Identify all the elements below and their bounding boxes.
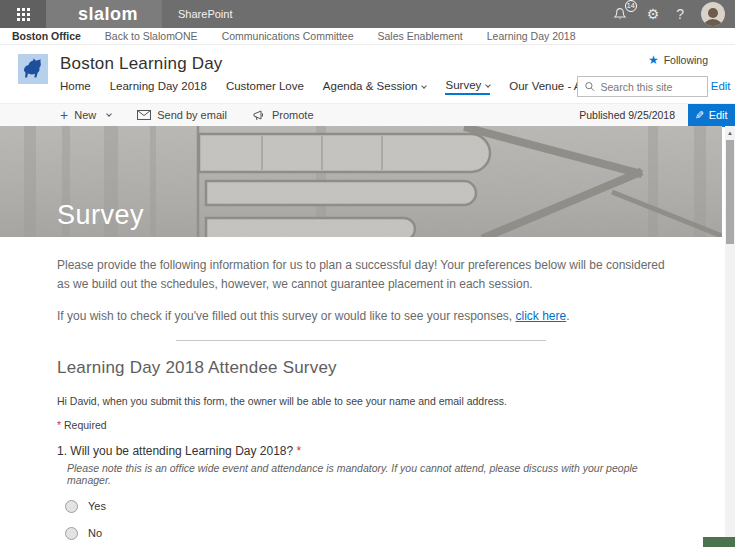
envelope-icon: [137, 110, 151, 120]
nav-edit[interactable]: Edit: [711, 80, 731, 94]
waffle-icon: [17, 8, 30, 21]
nav-customer-love[interactable]: Customer Love: [226, 80, 304, 94]
app-launcher-button[interactable]: [0, 0, 46, 28]
forms-webpart: Learning Day 2018 Attendee Survey Hi Dav…: [57, 358, 665, 547]
chevron-down-icon: [422, 83, 428, 89]
published-status: Published 9/25/2018: [579, 109, 688, 121]
nav-learning-day-2018[interactable]: Learning Day 2018: [110, 80, 207, 94]
notification-count-badge: 14: [625, 0, 637, 12]
send-by-email-button[interactable]: Send by email: [137, 109, 227, 121]
product-name[interactable]: SharePoint: [162, 0, 232, 28]
option-no-label: No: [88, 527, 102, 539]
help-button[interactable]: ?: [676, 7, 684, 21]
goat-icon: [20, 56, 46, 82]
hero-banner: Survey: [0, 126, 722, 237]
question-required-asterisk: *: [297, 444, 302, 458]
site-search[interactable]: [577, 76, 708, 97]
option-yes[interactable]: Yes: [65, 500, 665, 513]
user-avatar[interactable]: [701, 2, 725, 26]
chevron-down-icon: [106, 111, 112, 117]
footer-section-peek: [703, 537, 735, 547]
nav-home[interactable]: Home: [60, 80, 91, 94]
sharepoint-page: slalom SharePoint 14 ⚙ ? Boston Office: [0, 0, 735, 547]
section-divider: [176, 340, 546, 341]
slalom-logo: slalom: [78, 4, 138, 25]
nav-agenda-session[interactable]: Agenda & Session: [323, 80, 427, 94]
radio-no[interactable]: [65, 527, 78, 540]
plus-icon: +: [60, 108, 68, 122]
person-icon: [701, 6, 725, 26]
star-icon: ★: [648, 54, 659, 66]
page-content: Please provide the following information…: [0, 237, 722, 547]
following-button[interactable]: ★ Following: [648, 54, 708, 66]
option-yes-label: Yes: [88, 500, 106, 512]
click-here-link[interactable]: click here: [516, 309, 567, 323]
intro-paragraph-2: If you wish to check if you've filled ou…: [57, 307, 665, 326]
brand-segment[interactable]: slalom: [46, 0, 162, 28]
question-subtitle: Please note this is an office wide event…: [67, 462, 665, 486]
hub-link-communications-committee[interactable]: Communications Committee: [222, 30, 354, 42]
site-header: Boston Learning Day Home Learning Day 20…: [0, 45, 735, 103]
site-logo[interactable]: [18, 54, 48, 84]
vertical-scrollbar[interactable]: ▲: [725, 126, 735, 547]
nav-survey[interactable]: Survey: [445, 79, 490, 95]
following-label: Following: [664, 54, 708, 66]
form-greeting: Hi David, when you submit this form, the…: [57, 395, 665, 407]
form-title: Learning Day 2018 Attendee Survey: [57, 358, 665, 378]
command-bar: + New Send by email Promote Published 9/…: [0, 103, 735, 126]
required-note: * Required: [57, 419, 665, 431]
suite-bar-right: 14 ⚙ ?: [612, 0, 735, 28]
suite-bar: slalom SharePoint 14 ⚙ ?: [0, 0, 735, 28]
edit-page-button[interactable]: ✎ Edit: [688, 104, 735, 127]
scrollbar-thumb[interactable]: [726, 140, 734, 244]
megaphone-icon: [253, 110, 266, 121]
question-1: 1. Will you be attending Learning Day 20…: [57, 444, 665, 540]
new-button[interactable]: + New: [60, 108, 111, 122]
promote-button[interactable]: Promote: [253, 109, 314, 121]
pencil-icon: ✎: [695, 109, 704, 122]
radio-yes[interactable]: [65, 500, 78, 513]
option-no[interactable]: No: [65, 527, 665, 540]
chevron-down-icon: [485, 82, 491, 88]
hub-link-bar: Boston Office Back to SlalomONE Communic…: [0, 28, 735, 45]
hub-link-back-to-slalomone[interactable]: Back to SlalomONE: [105, 30, 198, 42]
hub-link-boston-office[interactable]: Boston Office: [12, 30, 81, 42]
hub-link-sales-enablement[interactable]: Sales Enablement: [378, 30, 463, 42]
page-title: Survey: [57, 200, 144, 231]
intro-paragraph-1: Please provide the following information…: [57, 256, 665, 293]
search-icon: [585, 81, 595, 92]
search-input[interactable]: [601, 81, 700, 93]
scrollbar-up-arrow[interactable]: ▲: [725, 126, 735, 139]
notifications-button[interactable]: 14: [612, 5, 630, 23]
question-title: 1. Will you be attending Learning Day 20…: [57, 444, 665, 458]
required-asterisk: *: [57, 419, 61, 431]
site-title[interactable]: Boston Learning Day: [60, 54, 731, 74]
settings-gear-button[interactable]: ⚙: [647, 7, 660, 21]
hub-link-learning-day-2018[interactable]: Learning Day 2018: [487, 30, 576, 42]
intro-text: Please provide the following information…: [57, 256, 665, 326]
